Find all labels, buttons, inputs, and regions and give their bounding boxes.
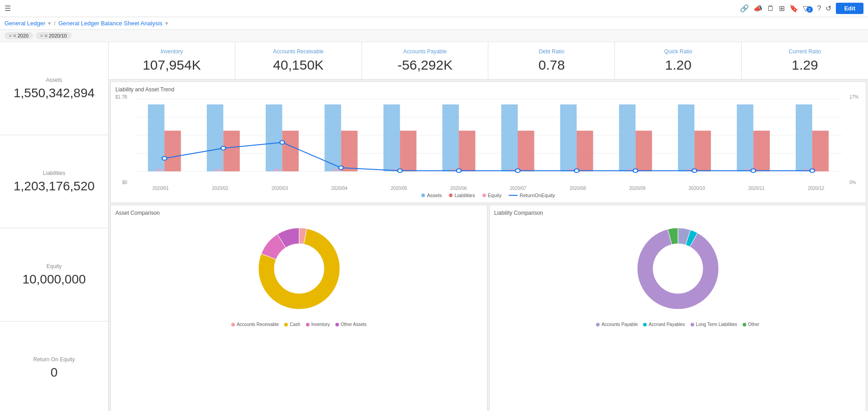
- liability-legend-item: Accrued Payables: [643, 322, 685, 327]
- kpi-value: 10,000,000: [22, 272, 86, 287]
- kpi-card-return-on-equity: Return On Equity 0: [0, 321, 108, 411]
- share-icon[interactable]: ⊞: [779, 4, 785, 13]
- x-axis-label: 2020/11: [727, 186, 787, 191]
- liability-comparison-container: Liability Comparison Accounts PayableAcc…: [489, 205, 866, 411]
- x-axis-label: 2020/04: [310, 186, 369, 191]
- edit-button[interactable]: Edit: [836, 3, 863, 14]
- sidebar-kpi: Assets 1,550,342,894Liabilities 1,203,17…: [0, 42, 109, 411]
- svg-rect-13: [274, 169, 281, 171]
- legend-item: Assets: [421, 193, 442, 198]
- asset-pie-svg: [249, 219, 349, 318]
- breadcrumb-app[interactable]: General Ledger: [5, 20, 45, 27]
- x-axis-label: 2020/06: [429, 186, 488, 191]
- month-filter[interactable]: ≡= 2020/10: [36, 32, 72, 39]
- liability-legend: Accounts PayableAccrued PayablesLong Ter…: [596, 322, 759, 327]
- main-layout: Assets 1,550,342,894Liabilities 1,203,17…: [0, 42, 868, 411]
- metric-cell-quick-ratio: Quick Ratio 1.20: [615, 42, 742, 79]
- liability-comparison-title: Liability Comparison: [494, 210, 543, 216]
- svg-point-45: [398, 169, 403, 172]
- liability-legend-item: Long Term Liabilities: [691, 322, 737, 327]
- bottom-charts: Asset Comparison Accounts ReceivableCash…: [110, 205, 866, 411]
- metric-value: 107,954K: [113, 57, 230, 73]
- svg-rect-29: [619, 104, 635, 171]
- asset-legend-item: Inventory: [306, 322, 330, 327]
- asset-legend-item: Accounts Receivable: [231, 322, 279, 327]
- svg-rect-18: [400, 131, 416, 171]
- hamburger-icon[interactable]: ☰: [5, 4, 11, 13]
- table-icon[interactable]: 🗒: [767, 5, 774, 13]
- y-axis-bottom: $0: [115, 180, 127, 185]
- svg-point-50: [692, 169, 697, 172]
- liability-legend-item: Accounts Payable: [596, 322, 638, 327]
- y-right-top: 17%: [849, 94, 861, 99]
- metric-value: 40,150K: [240, 57, 357, 73]
- help-icon[interactable]: ?: [817, 5, 821, 13]
- svg-rect-6: [164, 131, 181, 171]
- metric-title: Current Ratio: [746, 48, 863, 55]
- svg-rect-21: [459, 131, 475, 171]
- svg-point-41: [162, 156, 167, 160]
- svg-rect-33: [694, 131, 711, 171]
- trend-chart-svg: [129, 94, 848, 185]
- svg-rect-35: [737, 104, 753, 171]
- filter-count: 2: [806, 6, 813, 13]
- legend-item: Equity: [482, 193, 502, 198]
- metric-title: Accounts Payable: [367, 48, 484, 55]
- bookmark-icon[interactable]: 🔖: [789, 4, 798, 13]
- svg-rect-10: [215, 169, 222, 171]
- x-axis-label: 2020/10: [667, 186, 727, 191]
- svg-point-42: [221, 146, 226, 150]
- y-axis-top: $1.7B: [115, 94, 127, 99]
- metric-cell-current-ratio: Current Ratio 1.29: [742, 42, 868, 79]
- metric-cell-inventory: Inventory 107,954K: [109, 42, 235, 79]
- x-axis-label: 2020/05: [369, 186, 429, 191]
- legend-item: ReturnOnEquity: [509, 193, 555, 198]
- back-icon[interactable]: 📣: [754, 4, 763, 13]
- filter-icon[interactable]: ▽2: [803, 4, 813, 13]
- svg-rect-17: [383, 104, 400, 171]
- svg-point-48: [574, 169, 579, 172]
- link-icon[interactable]: 🔗: [740, 4, 749, 13]
- kpi-card-liabilities: Liabilities 1,203,176,520: [0, 135, 108, 228]
- breadcrumb: General Ledger ▾ / General Ledger Balanc…: [0, 17, 868, 30]
- x-axis-label: 2020/08: [548, 186, 608, 191]
- metric-value: 1.20: [620, 57, 737, 73]
- metric-cell-accounts-receivable: Accounts Receivable 40,150K: [235, 42, 362, 79]
- svg-rect-11: [266, 104, 282, 171]
- kpi-label: Return On Equity: [33, 356, 75, 363]
- topbar: ☰ 🔗 📣 🗒 ⊞ 🔖 ▽2 ? ↺ Edit: [0, 0, 868, 17]
- svg-rect-16: [333, 169, 339, 171]
- metric-cell-accounts-payable: Accounts Payable -56,292K: [362, 42, 489, 79]
- metric-title: Accounts Receivable: [240, 48, 357, 55]
- metric-title: Debt Ratio: [493, 48, 610, 55]
- svg-rect-39: [812, 131, 829, 171]
- metric-value: 0.78: [493, 57, 610, 73]
- svg-rect-26: [560, 104, 577, 171]
- svg-rect-7: [156, 169, 163, 171]
- kpi-label: Assets: [46, 77, 62, 83]
- x-axis-label: 2020/12: [786, 186, 846, 191]
- kpi-value: 0: [51, 365, 58, 380]
- metric-title: Quick Ratio: [620, 48, 737, 55]
- svg-rect-5: [148, 104, 164, 171]
- kpi-label: Liabilities: [43, 170, 65, 176]
- svg-rect-23: [501, 104, 518, 171]
- refresh-icon[interactable]: ↺: [825, 4, 831, 13]
- legend-item: Liabilities: [449, 193, 475, 198]
- x-axis-label: 2020/03: [250, 186, 310, 191]
- breadcrumb-page[interactable]: General Ledger Balance Sheet Analysis: [58, 20, 162, 27]
- topbar-left: ☰: [5, 4, 11, 13]
- kpi-value: 1,550,342,894: [14, 86, 95, 100]
- content-area: Inventory 107,954KAccounts Receivable 40…: [109, 42, 868, 411]
- y-right-bottom: 0%: [849, 180, 861, 185]
- trend-chart-title: Liability and Asset Trend: [115, 86, 861, 93]
- metric-title: Inventory: [113, 48, 230, 55]
- x-axis-label: 2020/09: [607, 186, 667, 191]
- svg-point-52: [810, 169, 815, 172]
- liability-legend-item: Other: [743, 322, 759, 327]
- year-filter[interactable]: ≡= 2020: [5, 32, 33, 39]
- x-axis-label: 2020/07: [488, 186, 548, 191]
- svg-rect-24: [518, 131, 534, 171]
- svg-rect-36: [754, 131, 770, 171]
- x-axis-label: 2020/02: [191, 186, 250, 191]
